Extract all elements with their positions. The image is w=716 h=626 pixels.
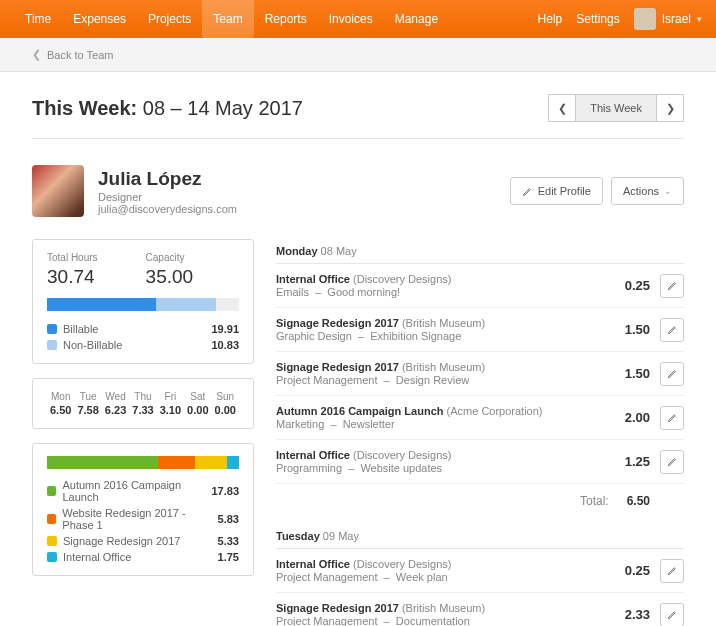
legend-swatch [47, 486, 56, 496]
nav-settings[interactable]: Settings [576, 12, 619, 26]
legend-swatch [47, 536, 57, 546]
profile: Julia López Designer julia@discoverydesi… [32, 165, 684, 217]
nav-item-projects[interactable]: Projects [137, 0, 202, 38]
project-name: Website Redesign 2017 - Phase 1 [62, 507, 217, 531]
weekday-label: Mon [47, 391, 74, 402]
weekdays-box: Mon6.50Tue7.58Wed6.23Thu7.33Fri3.10Sat0.… [32, 378, 254, 429]
subnav: ❮ Back to Team [0, 38, 716, 72]
entry-client: (Discovery Designs) [353, 558, 451, 570]
entry-note: Design Review [396, 374, 469, 386]
nav-item-reports[interactable]: Reports [254, 0, 318, 38]
project-legend-row: Signage Redesign 20175.33 [47, 535, 239, 547]
nav-item-time[interactable]: Time [14, 0, 62, 38]
edit-entry-button[interactable] [660, 603, 684, 627]
pencil-icon [522, 186, 533, 197]
weekday: Tue7.58 [74, 391, 101, 416]
entry-note: Documentation [396, 615, 470, 626]
entry-client: (British Museum) [402, 602, 485, 614]
project-bar-segment [47, 456, 158, 469]
profile-role: Designer [98, 191, 237, 203]
billable-bar [47, 298, 156, 311]
entry-task: Marketing [276, 418, 324, 430]
project-bar-segment [158, 456, 194, 469]
project-hours: 5.33 [218, 535, 239, 547]
project-hours: 5.83 [218, 513, 239, 525]
chevron-left-icon: ❮ [32, 48, 41, 61]
weekday: Mon6.50 [47, 391, 74, 416]
entry-task: Project Management [276, 571, 378, 583]
entry-hours: 2.00 [610, 410, 650, 425]
entry-client: (Acme Corporation) [447, 405, 543, 417]
entry-hours: 1.50 [610, 366, 650, 381]
nav-item-manage[interactable]: Manage [384, 0, 449, 38]
edit-entry-button[interactable] [660, 274, 684, 298]
entry-note: Newsletter [343, 418, 395, 430]
total-hours-label: Total Hours [47, 252, 98, 263]
nonbillable-bar [156, 298, 216, 311]
weekday-value: 6.23 [102, 404, 129, 416]
project-bar-segment [195, 456, 228, 469]
edit-entry-button[interactable] [660, 450, 684, 474]
time-entry: Signage Redesign 2017 (British Museum)Pr… [276, 593, 684, 626]
entry-client: (Discovery Designs) [353, 273, 451, 285]
entry-project: Signage Redesign 2017 [276, 361, 399, 373]
pencil-icon [667, 412, 678, 423]
time-entry: Signage Redesign 2017 (British Museum)Pr… [276, 352, 684, 396]
project-legend-row: Website Redesign 2017 - Phase 15.83 [47, 507, 239, 531]
pencil-icon [667, 368, 678, 379]
entry-project: Internal Office [276, 449, 350, 461]
nav-help[interactable]: Help [538, 12, 563, 26]
nav-item-team[interactable]: Team [202, 0, 253, 38]
title-label: This Week: [32, 97, 137, 119]
entry-project: Internal Office [276, 558, 350, 570]
edit-entry-button[interactable] [660, 362, 684, 386]
legend-swatch [47, 324, 57, 334]
nav-item-invoices[interactable]: Invoices [318, 0, 384, 38]
actions-button[interactable]: Actions ⌄ [611, 177, 684, 205]
nav-item-expenses[interactable]: Expenses [62, 0, 137, 38]
nav-user[interactable]: Israel ▾ [634, 8, 702, 30]
next-week-button[interactable]: ❯ [656, 94, 684, 122]
entry-note: Website updates [360, 462, 442, 474]
project-hours: 1.75 [218, 551, 239, 563]
weekday: Fri3.10 [157, 391, 184, 416]
weekday-value: 0.00 [212, 404, 239, 416]
profile-name: Julia López [98, 168, 237, 190]
edit-profile-label: Edit Profile [538, 185, 591, 197]
edit-profile-button[interactable]: Edit Profile [510, 177, 603, 205]
nav-right: Help Settings Israel ▾ [538, 8, 702, 30]
back-link[interactable]: Back to Team [47, 49, 113, 61]
prev-week-button[interactable]: ❮ [548, 94, 576, 122]
weekday-value: 0.00 [184, 404, 211, 416]
edit-entry-button[interactable] [660, 406, 684, 430]
project-name: Internal Office [63, 551, 131, 563]
pencil-icon [667, 456, 678, 467]
entry-hours: 1.50 [610, 322, 650, 337]
timesheet: Monday 08 MayInternal Office (Discovery … [276, 239, 684, 626]
time-entry: Autumn 2016 Campaign Launch (Acme Corpor… [276, 396, 684, 440]
weekday-label: Sun [212, 391, 239, 402]
project-bar-segment [227, 456, 239, 469]
entry-note: Good morning! [327, 286, 400, 298]
this-week-button[interactable]: This Week [576, 94, 656, 122]
weekday: Thu7.33 [129, 391, 156, 416]
entry-project: Internal Office [276, 273, 350, 285]
entry-note: Exhibition Signage [370, 330, 461, 342]
edit-entry-button[interactable] [660, 559, 684, 583]
edit-entry-button[interactable] [660, 318, 684, 342]
pencil-icon [667, 280, 678, 291]
entry-task: Emails [276, 286, 309, 298]
project-name: Signage Redesign 2017 [63, 535, 180, 547]
entry-note: Week plan [396, 571, 448, 583]
project-legend-row: Internal Office1.75 [47, 551, 239, 563]
hours-bar [47, 298, 239, 311]
weekday-value: 3.10 [157, 404, 184, 416]
legend-swatch [47, 552, 57, 562]
columns: Total Hours 30.74 Capacity 35.00 Billabl… [32, 239, 684, 626]
title-row: This Week: 08 – 14 May 2017 ❮ This Week … [32, 94, 684, 139]
project-legend-row: Autumn 2016 Campaign Launch17.83 [47, 479, 239, 503]
day-total: Total:6.50 [276, 484, 684, 524]
entry-project: Signage Redesign 2017 [276, 317, 399, 329]
nav-items: TimeExpensesProjectsTeamReportsInvoicesM… [14, 0, 449, 38]
entry-task: Project Management [276, 615, 378, 626]
